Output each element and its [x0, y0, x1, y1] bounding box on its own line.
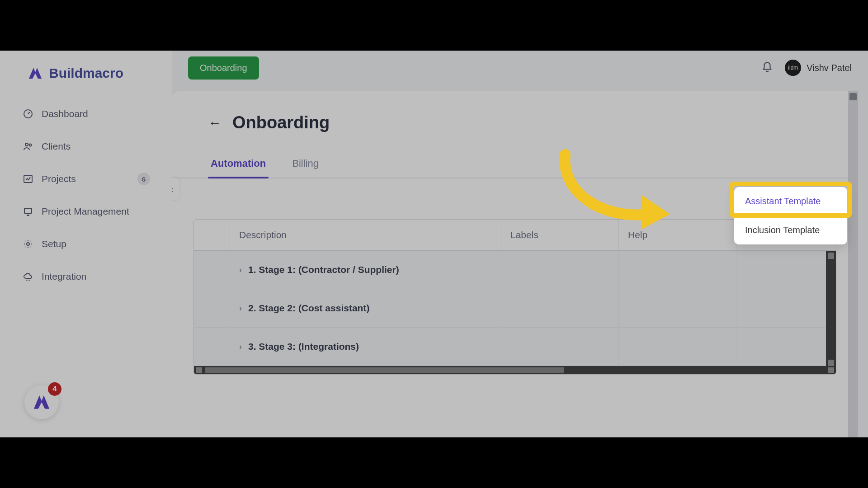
- bell-icon[interactable]: [761, 61, 774, 74]
- sidebar-item-label: Clients: [42, 141, 71, 152]
- svg-point-1: [25, 143, 28, 146]
- fab-badge: 4: [48, 382, 61, 396]
- dropdown-item-assistant-template[interactable]: Assistant Template: [734, 187, 847, 216]
- th-expand: [194, 220, 230, 250]
- th-description: Description: [230, 220, 501, 250]
- gear-icon: [22, 238, 34, 250]
- dropdown-item-inclusion-template[interactable]: Inclusion Template: [734, 216, 847, 244]
- avatar[interactable]: ildm: [785, 60, 801, 76]
- template-dropdown: Assistant Template Inclusion Template: [734, 187, 847, 244]
- sidebar-item-dashboard[interactable]: Dashboard: [11, 99, 161, 128]
- brand-mark-icon: [27, 65, 43, 81]
- sidebar-badge-projects: 6: [137, 173, 150, 185]
- svg-rect-4: [24, 208, 32, 213]
- row-description: 3. Stage 3: (Integrations): [248, 341, 359, 352]
- chevron-right-icon[interactable]: ›: [239, 265, 242, 275]
- help-fab[interactable]: 4: [24, 385, 59, 419]
- page-header: ← Onboarding: [172, 91, 858, 147]
- sidebar-nav: Dashboard Clients Projects 6 Project Man…: [0, 99, 172, 291]
- users-icon: [22, 140, 34, 153]
- topbar: Onboarding ildm Vishv Patel: [172, 51, 868, 85]
- sidebar-item-projects[interactable]: Projects 6: [11, 164, 161, 193]
- sidebar-item-label: Setup: [42, 239, 66, 249]
- back-arrow-icon[interactable]: ←: [208, 115, 222, 131]
- sidebar-item-setup[interactable]: Setup: [11, 230, 161, 258]
- table-row[interactable]: ›3. Stage 3: (Integrations): [194, 328, 836, 366]
- table-vertical-scrollbar[interactable]: [826, 251, 836, 366]
- sidebar-item-label: Project Management: [42, 206, 129, 217]
- sidebar-item-label: Integration: [42, 271, 86, 282]
- onboarding-button[interactable]: Onboarding: [188, 56, 259, 80]
- brand-name: Buildmacro: [49, 66, 123, 81]
- collapse-sidebar-button[interactable]: ‹: [172, 178, 179, 200]
- tab-automation[interactable]: Automation: [208, 151, 269, 178]
- brand-mark-icon: [32, 392, 52, 412]
- svg-point-5: [27, 243, 29, 245]
- table-horizontal-scrollbar[interactable]: [194, 366, 836, 374]
- row-description: 2. Stage 2: (Cost assistant): [248, 303, 369, 314]
- tabs: Automation Billing: [172, 147, 858, 178]
- presentation-icon: [22, 205, 34, 218]
- sidebar-item-clients[interactable]: Clients: [11, 132, 161, 161]
- gauge-icon: [22, 108, 34, 120]
- chevron-right-icon[interactable]: ›: [239, 342, 242, 352]
- sidebar-item-label: Dashboard: [42, 108, 88, 119]
- table-body: ›1. Stage 1: (Contractor / Supplier) ›2.…: [194, 251, 836, 374]
- table-row[interactable]: ›1. Stage 1: (Contractor / Supplier): [194, 251, 836, 289]
- th-labels: Labels: [501, 220, 619, 250]
- sidebar-item-label: Projects: [42, 174, 76, 184]
- content-vertical-scrollbar[interactable]: [848, 91, 858, 437]
- sidebar: Buildmacro Dashboard Clients Projects 6 …: [0, 51, 172, 437]
- table-row[interactable]: ›2. Stage 2: (Cost assistant): [194, 289, 836, 328]
- brand-logo[interactable]: Buildmacro: [0, 61, 172, 99]
- sidebar-item-project-management[interactable]: Project Management: [11, 197, 161, 226]
- tab-billing[interactable]: Billing: [289, 151, 321, 178]
- chart-icon: [22, 173, 34, 185]
- svg-point-2: [29, 144, 32, 146]
- th-help: Help: [619, 220, 736, 250]
- user-name[interactable]: Vishv Patel: [807, 63, 852, 73]
- sidebar-item-integration[interactable]: Integration: [11, 262, 161, 291]
- row-description: 1. Stage 1: (Contractor / Supplier): [248, 264, 399, 275]
- content-panel: ‹ ← Onboarding Automation Billing ⋮ Desc…: [172, 91, 858, 437]
- page-title: Onboarding: [232, 113, 330, 132]
- chevron-left-icon: ‹: [172, 184, 173, 194]
- chevron-right-icon[interactable]: ›: [239, 304, 242, 313]
- cloud-icon: [22, 270, 34, 283]
